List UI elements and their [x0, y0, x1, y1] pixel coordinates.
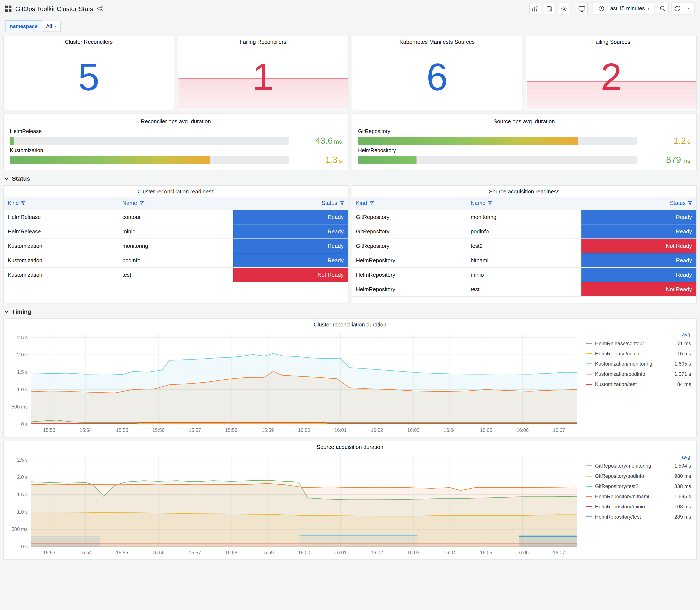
- time-series-plot[interactable]: 0 s500 ms1.0 s1.5 s2.0 s2.5 s15:5315:541…: [7, 330, 583, 434]
- filter-funnel-icon[interactable]: [21, 201, 26, 206]
- share-icon[interactable]: [97, 5, 103, 12]
- legend-item[interactable]: HelmRepository/minio108 ms: [586, 502, 691, 512]
- legend-item[interactable]: Kustomization/monitoring1.605 s: [586, 359, 691, 369]
- svg-text:16:00: 16:00: [298, 428, 310, 433]
- cell-name: podinfo: [467, 224, 582, 238]
- legend-series-avg: 108 ms: [674, 504, 691, 510]
- gauge-value-unit: s: [687, 138, 690, 145]
- filter-funnel-icon[interactable]: [369, 201, 374, 206]
- filter-funnel-icon[interactable]: [688, 201, 693, 206]
- legend-item[interactable]: GitRepository/monitoring1.594 s: [586, 461, 691, 471]
- refresh-button[interactable]: [671, 2, 683, 14]
- add-panel-button[interactable]: [529, 2, 541, 14]
- variable-namespace-label[interactable]: namespace: [5, 20, 42, 32]
- legend-item[interactable]: HelmRepository/bitnami1.695 s: [586, 492, 691, 502]
- legend-series-avg: 84 ms: [677, 381, 691, 387]
- section-timing[interactable]: Timing: [3, 306, 697, 315]
- gauge-row: HelmRepository879ms: [358, 147, 690, 165]
- svg-text:2.0 s: 2.0 s: [17, 352, 28, 357]
- charts-column: Cluster reconciliation duration0 s500 ms…: [3, 318, 697, 560]
- filter-funnel-icon[interactable]: [339, 201, 344, 206]
- legend-item[interactable]: GitRepository/test2338 ms: [586, 481, 691, 492]
- gauge-value: 879ms: [642, 155, 690, 165]
- gauge-label: HelmRelease: [10, 128, 342, 134]
- svg-text:16:05: 16:05: [480, 428, 492, 433]
- stat-value: 5: [4, 44, 174, 110]
- svg-text:500 ms: 500 ms: [12, 527, 28, 532]
- gauge-fill: [358, 137, 578, 145]
- column-header-name[interactable]: Name: [467, 197, 582, 210]
- column-header-label: Kind: [356, 200, 367, 206]
- refresh-interval-dropdown[interactable]: ▾: [683, 2, 695, 14]
- filter-funnel-icon[interactable]: [139, 201, 144, 206]
- filter-funnel-icon[interactable]: [488, 201, 492, 206]
- section-status[interactable]: Status: [3, 174, 697, 182]
- legend-item[interactable]: GitRepository/podinfo980 ms: [586, 471, 691, 481]
- legend-avg-header: avg: [586, 332, 691, 338]
- panel-title[interactable]: Source acquisition duration: [4, 441, 696, 452]
- dashboards-grid-icon[interactable]: [5, 5, 12, 12]
- tv-monitor-icon: [578, 5, 585, 12]
- panel-title[interactable]: Cluster reconciliation duration: [4, 319, 696, 330]
- zoom-out-time-button[interactable]: [657, 2, 669, 14]
- legend-series-swatch: [586, 486, 592, 487]
- dashboard-settings-button[interactable]: [558, 2, 570, 14]
- legend-series-avg: 980 ms: [674, 473, 691, 479]
- table-panel: Source acquisition readinessKindNameStat…: [352, 185, 697, 303]
- bar-gauge-panel: Source ops avg. durationGitRepository1.2…: [352, 113, 697, 170]
- status-badge: Ready: [582, 224, 696, 238]
- gauge-row: GitRepository1.2s: [358, 128, 690, 146]
- svg-text:15:55: 15:55: [116, 550, 128, 556]
- column-header-status[interactable]: Status: [582, 197, 696, 210]
- status-badge: Ready: [233, 224, 348, 238]
- legend-item[interactable]: Kustomization/podinfo1.071 s: [586, 369, 691, 379]
- stat-panel: Kubernetes Manifests Sources6: [352, 36, 523, 110]
- panel-title[interactable]: Cluster reconciliation readiness: [4, 186, 348, 197]
- status-badge: Ready: [582, 210, 696, 224]
- column-header-name[interactable]: Name: [118, 197, 233, 210]
- cycle-view-button[interactable]: [576, 2, 588, 14]
- stat-value: 6: [352, 44, 522, 110]
- save-dashboard-button[interactable]: [543, 2, 555, 14]
- column-header-label: Kind: [7, 200, 19, 206]
- legend-item[interactable]: HelmRepository/test289 ms: [586, 512, 691, 522]
- time-range-picker[interactable]: Last 15 minutes ▾: [593, 2, 654, 14]
- svg-text:1.5 s: 1.5 s: [17, 369, 28, 375]
- status-badge: Ready: [582, 253, 696, 267]
- legend-item[interactable]: Kustomization/test84 ms: [586, 379, 691, 389]
- panel-title[interactable]: Source acquisition readiness: [352, 186, 696, 197]
- gauge-label: GitRepository: [358, 128, 690, 134]
- table-row: HelmRepositorybitnamiReady: [352, 253, 696, 267]
- variable-namespace-value[interactable]: All ▾: [42, 21, 61, 32]
- legend-series-swatch: [586, 343, 592, 344]
- svg-text:15:58: 15:58: [225, 550, 238, 556]
- save-icon: [546, 5, 553, 12]
- cell-name: contour: [118, 210, 233, 224]
- cell-kind: HelmRepository: [352, 253, 467, 267]
- cell-name: test: [467, 282, 582, 296]
- legend-series-avg: 71 ms: [677, 340, 691, 347]
- legend-item[interactable]: HelmRelease/contour71 ms: [586, 338, 691, 349]
- column-header-label: Name: [123, 200, 137, 206]
- column-header-status[interactable]: Status: [233, 197, 348, 210]
- table-row: GitRepositorypodinfoReady: [352, 224, 696, 239]
- panel-title[interactable]: Reconciler ops avg. duration: [10, 116, 342, 127]
- clock-icon: [598, 5, 604, 12]
- stat-value: 2: [526, 44, 696, 110]
- column-header-kind[interactable]: Kind: [352, 197, 467, 210]
- column-header-kind[interactable]: Kind: [4, 197, 118, 210]
- gauge-value-number: 1.3: [325, 155, 338, 164]
- chevron-down-icon: [4, 309, 9, 314]
- legend-item[interactable]: HelmRelease/minio16 ms: [586, 349, 691, 359]
- svg-text:1.0 s: 1.0 s: [17, 509, 28, 515]
- legend-series-name: Kustomization/podinfo: [595, 371, 671, 377]
- legend-series-swatch: [586, 516, 592, 517]
- refresh-icon: [674, 5, 680, 12]
- status-badge: Not Ready: [233, 268, 348, 282]
- cell-kind: HelmRelease: [4, 210, 118, 224]
- cell-name: monitoring: [467, 210, 582, 224]
- gauge-fill: [10, 156, 210, 164]
- time-series-plot[interactable]: 0 s500 ms1.0 s1.5 s2.0 s2.5 s15:5315:541…: [7, 452, 583, 557]
- panel-title[interactable]: Source ops avg. duration: [358, 116, 690, 127]
- chevron-down-icon: [4, 176, 9, 181]
